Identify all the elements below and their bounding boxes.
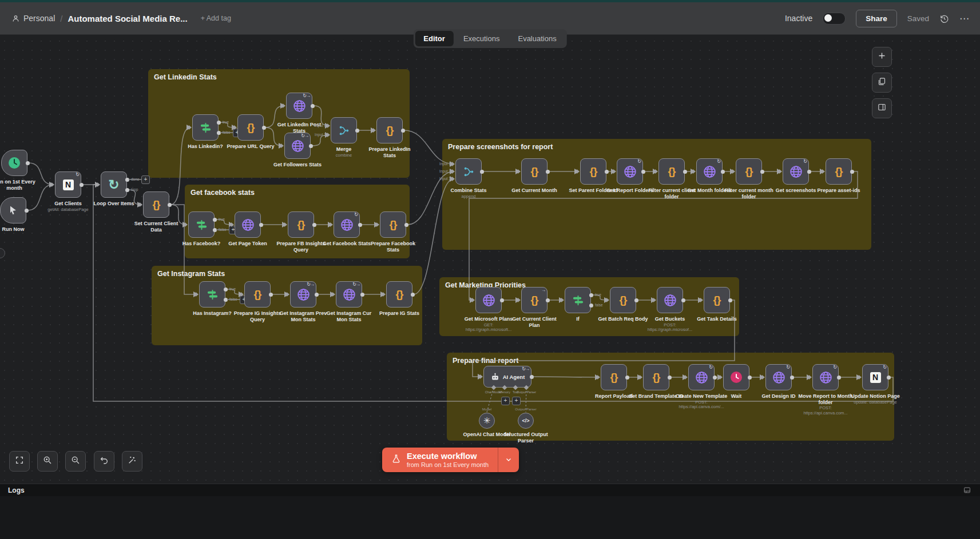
input-port[interactable]	[241, 292, 246, 297]
logs-panel-header[interactable]: Logs	[0, 484, 980, 496]
execute-options-caret[interactable]	[498, 448, 519, 472]
output-port[interactable]	[404, 223, 408, 227]
output-port[interactable]	[721, 170, 725, 174]
input-port[interactable]	[762, 375, 767, 380]
input-port[interactable]	[685, 375, 690, 380]
add-sub-node-button[interactable]: +	[512, 397, 521, 405]
output-port[interactable]	[480, 170, 484, 174]
node-ai-agent[interactable]: AI Agent↻→Chat Model*Memory+Tool+Output …	[483, 366, 531, 388]
node-prepare-asset-ids[interactable]: {}Prepare asset-ids	[826, 158, 852, 185]
input-port[interactable]	[97, 182, 102, 187]
output-port[interactable]	[850, 170, 854, 174]
node-get-batch-req-body[interactable]: {}Get Batch Req Body	[610, 287, 636, 313]
input-port[interactable]	[452, 177, 457, 181]
fit-view-button[interactable]	[9, 451, 30, 472]
input-port[interactable]	[577, 169, 582, 174]
node-has-instagram[interactable]: truefalse+Has Instagram?	[199, 281, 225, 308]
input-port[interactable]	[234, 125, 239, 130]
input-port[interactable]	[809, 375, 814, 380]
output-port[interactable]	[401, 129, 405, 133]
input-port[interactable]	[518, 169, 523, 174]
node-set-current-client-data[interactable]: {}Set Current Client Data	[143, 191, 169, 218]
output-port[interactable]	[625, 376, 629, 380]
group-get-instagram-stats[interactable]: Get Instagram Stats	[152, 266, 422, 345]
tab-executions[interactable]: Executions	[455, 31, 509, 46]
input-port[interactable]	[452, 162, 457, 166]
node-filter-current-client-folder[interactable]: {}Filter current client folder	[658, 158, 685, 185]
node-if-node[interactable]: truefalseIf	[565, 287, 591, 313]
output-port[interactable]	[312, 223, 316, 227]
input-port[interactable]	[480, 374, 485, 379]
output-port[interactable]	[681, 298, 685, 302]
node-get-report-folders[interactable]: ↻Get Report Folders	[617, 158, 643, 185]
node-prepare-facebook-stats[interactable]: {}Prepare Facebook Stats	[380, 211, 406, 238]
node-get-current-client-plan[interactable]: {}→Get Current Client Plan	[521, 287, 547, 313]
node-create-new-template[interactable]: ↻Create New TemplatePOST: https://api.ca…	[688, 364, 715, 390]
node-get-linkedin-post-stats[interactable]: ↻→Get LinkedIn Post Stats	[286, 93, 312, 119]
add-tag-button[interactable]: + Add tag	[201, 14, 231, 22]
node-get-instagram-prev-mon-stats[interactable]: ↻→Get Instagram Prev Mon Stats	[290, 281, 316, 308]
output-port[interactable]	[309, 144, 313, 148]
output-port[interactable]	[683, 170, 687, 174]
input-port[interactable]	[284, 222, 289, 227]
input-port[interactable]	[140, 202, 145, 207]
add-node-button[interactable]	[872, 47, 892, 67]
node-get-instagram-cur-mon-stats[interactable]: ↻→Get Instagram Cur Mon Stats	[336, 281, 362, 308]
output-port[interactable]	[168, 203, 172, 207]
input-port[interactable]	[655, 169, 660, 174]
node-get-month-folders[interactable]: ↻Get Month folders	[696, 158, 723, 185]
output-port[interactable]	[641, 170, 645, 174]
input-port[interactable]	[561, 298, 566, 302]
output-port[interactable]	[589, 293, 593, 297]
output-port[interactable]	[668, 376, 672, 380]
node-get-facebook-stats-node[interactable]: ↻Get Facebook Stats	[334, 211, 360, 238]
node-prepare-ig-insights-query[interactable]: {}Prepare IG Insights Query	[244, 281, 271, 308]
input-port[interactable]	[383, 292, 388, 297]
input-port[interactable]	[452, 169, 457, 174]
node-get-followers-stats[interactable]: ↻→Get Followers Stats	[284, 133, 311, 159]
input-port[interactable]	[732, 169, 737, 174]
output-port[interactable]	[605, 170, 609, 174]
input-port[interactable]	[720, 375, 725, 380]
input-port[interactable]	[231, 222, 236, 227]
output-port[interactable]	[546, 170, 550, 174]
node-get-page-token[interactable]: Get Page Token	[235, 211, 261, 238]
input-port[interactable]	[700, 298, 705, 302]
output-port[interactable]	[269, 293, 273, 297]
node-run-trigger[interactable]: Run on 1st Every month	[1, 150, 27, 176]
output-port[interactable]	[634, 298, 638, 302]
output-port[interactable]	[355, 129, 359, 133]
input-port[interactable]	[196, 292, 201, 297]
active-toggle[interactable]	[823, 13, 846, 25]
output-port[interactable]	[807, 170, 811, 174]
input-port[interactable]	[189, 125, 194, 130]
node-update-notion-page[interactable]: N↻Update Notion Pageupdate: databasePage	[862, 364, 888, 390]
input-port[interactable]	[51, 182, 57, 187]
output-port[interactable]	[25, 209, 29, 213]
zoom-out-button[interactable]	[65, 451, 86, 472]
output-port[interactable]	[728, 298, 732, 302]
node-structured-output-parser[interactable]: </>Output ParserStructured Output Parser	[518, 413, 534, 429]
output-port[interactable]	[213, 218, 217, 222]
sticky-note-button[interactable]	[872, 73, 892, 93]
input-port[interactable]	[472, 298, 477, 302]
output-port[interactable]	[589, 304, 593, 308]
breadcrumb-root-label[interactable]: Personal	[23, 14, 55, 23]
workflow-title[interactable]: Automated Social Media Re...	[68, 14, 187, 23]
input-port[interactable]	[693, 169, 698, 174]
output-port[interactable]	[530, 375, 534, 379]
node-get-design-id[interactable]: ↻Get Design ID	[765, 364, 792, 390]
output-port[interactable]	[411, 293, 415, 297]
node-has-linkedin[interactable]: truefalse+Has Linkedin?	[192, 114, 219, 141]
input-port[interactable]	[779, 169, 784, 174]
node-get-screenshots[interactable]: ↻Get screenshots	[783, 158, 809, 185]
input-port[interactable]	[859, 375, 864, 380]
workflow-canvas[interactable]: Get Linkedin StatsGet facebook statsGet …	[0, 0, 980, 484]
input-port[interactable]	[518, 298, 523, 302]
input-port[interactable]	[283, 103, 288, 108]
execute-workflow-button[interactable]: Execute workflow from Run on 1st Every m…	[382, 448, 519, 472]
node-prepare-fb-insights-query[interactable]: {}Prepare FB Insights Query	[288, 211, 314, 238]
output-port[interactable]	[358, 223, 362, 227]
output-port[interactable]	[837, 376, 841, 380]
node-prepare-ig-stats[interactable]: {}Prepare IG Stats	[386, 281, 412, 308]
